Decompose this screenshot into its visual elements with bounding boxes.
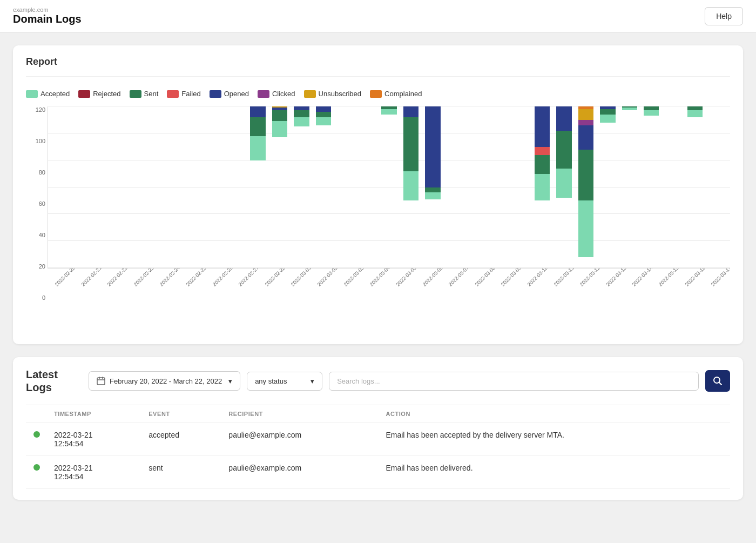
col-recipient: RECIPIENT — [222, 405, 379, 423]
bar-group-2022-02-25 — [159, 106, 181, 268]
legend-color-sent — [130, 90, 141, 98]
bar-segment-accepted — [556, 169, 571, 198]
page-title: Domain Logs — [13, 13, 82, 25]
legend-color-clicked — [258, 90, 269, 98]
row-timestamp: 2022-03-21 12:54:54 — [48, 456, 142, 489]
bar-group-2022-03-04 — [313, 106, 334, 268]
calendar-icon — [97, 377, 105, 385]
bar-group-2022-02-23 — [116, 106, 137, 268]
bar-group-2022-03-07 — [378, 106, 400, 268]
table-row: 2022-03-21 12:54:54acceptedpaulie@exampl… — [26, 423, 730, 456]
bar-group-2022-03-18 — [619, 106, 640, 268]
legend-label-failed: Failed — [181, 90, 200, 98]
bar-stack-2022-03-13 — [512, 106, 528, 268]
bar-stack-2022-03-12 — [491, 106, 506, 268]
bar-segment-accepted — [403, 171, 418, 201]
bar-stack-2022-03-09 — [425, 106, 440, 268]
bar-segment-accepted — [316, 117, 331, 125]
bar-stack-2022-03-07 — [381, 106, 396, 268]
bar-group-2022-03-05 — [334, 106, 356, 268]
status-dot — [33, 464, 40, 471]
bar-stack-2022-03-20 — [666, 106, 681, 268]
bar-segment-opened — [535, 106, 550, 147]
latest-logs-card: LatestLogs February 20, 2022 - March 22,… — [13, 357, 743, 500]
bar-stack-2022-03-06 — [360, 106, 375, 268]
bar-segment-sent — [644, 106, 659, 110]
bar-group-2022-03-08 — [400, 106, 422, 268]
table-row: 2022-03-21 12:54:54sentpaulie@example.co… — [26, 456, 730, 489]
bar-segment-accepted — [250, 136, 265, 160]
help-button[interactable]: Help — [705, 7, 743, 25]
date-picker-button[interactable]: February 20, 2022 - March 22, 2022 ▾ — [89, 371, 240, 391]
status-select-button[interactable]: any status ▾ — [247, 372, 322, 391]
search-button[interactable] — [705, 370, 730, 392]
x-axis: 2022-02-202022-02-212022-02-222022-02-23… — [48, 269, 730, 301]
legend-label-complained: Complained — [384, 90, 422, 98]
chart-legend: Accepted Rejected Sent Failed Opened — [26, 90, 730, 98]
bar-segment-sent — [425, 187, 440, 193]
bar-stack-2022-03-18 — [622, 106, 637, 268]
bar-stack-2022-03-16 — [578, 106, 593, 268]
bar-segment-accepted — [425, 192, 440, 199]
bar-stack-2022-02-26 — [185, 106, 200, 268]
bar-group-2022-03-14 — [531, 106, 553, 268]
bar-group-2022-03-16 — [575, 106, 597, 268]
chart-bars-area — [48, 106, 730, 269]
bar-group-2022-03-01 — [247, 106, 268, 268]
table-header-row: TIMESTAMP EVENT RECIPIENT ACTION — [26, 405, 730, 423]
legend-accepted: Accepted — [26, 90, 70, 98]
logs-header: LatestLogs February 20, 2022 - March 22,… — [26, 368, 730, 394]
bar-group-2022-03-03 — [291, 106, 312, 268]
bar-stack-2022-03-19 — [644, 106, 659, 268]
report-card: Report Accepted Rejected Sent — [13, 45, 743, 344]
bar-stack-2022-03-08 — [403, 106, 418, 268]
bar-segment-opened — [578, 125, 593, 150]
legend-label-opened: Opened — [224, 90, 249, 98]
legend-rejected: Rejected — [78, 90, 120, 98]
bar-segment-accepted — [600, 115, 615, 123]
bar-stack-2022-03-03 — [294, 106, 309, 268]
domain-subtitle: example.com — [13, 6, 82, 13]
chart-outer: 0 20 40 60 80 100 120 — [26, 106, 730, 333]
status-dot — [33, 431, 40, 438]
bar-stack-2022-02-28 — [228, 106, 244, 268]
date-chevron-icon: ▾ — [228, 377, 232, 385]
bar-group-2022-02-20 — [50, 106, 72, 268]
bar-segment-sent — [687, 106, 703, 110]
bar-group-2022-03-19 — [640, 106, 662, 268]
bar-segment-sent — [250, 117, 265, 136]
search-input[interactable] — [329, 372, 699, 391]
bar-group-2022-02-27 — [203, 106, 225, 268]
bar-segment-sent — [578, 150, 593, 201]
header-left: example.com Domain Logs — [13, 6, 82, 25]
legend-label-clicked: Clicked — [272, 90, 295, 98]
col-dot — [26, 405, 48, 423]
bar-segment-sent — [403, 117, 418, 171]
legend-opened: Opened — [210, 90, 249, 98]
bar-segment-opened — [556, 106, 571, 131]
bar-group-2022-03-17 — [597, 106, 618, 268]
status-chevron-icon: ▾ — [310, 377, 314, 385]
row-dot-cell — [26, 456, 48, 489]
legend-unsubscribed: Unsubscribed — [304, 90, 362, 98]
date-range-label: February 20, 2022 - March 22, 2022 — [110, 377, 222, 385]
bar-stack-2022-03-21 — [687, 106, 703, 268]
bar-group-2022-03-10 — [444, 106, 465, 268]
col-event: EVENT — [142, 405, 222, 423]
bar-stack-2022-03-10 — [447, 106, 462, 268]
row-event: sent — [142, 456, 222, 489]
legend-color-opened — [210, 90, 221, 98]
bar-stack-2022-03-02 — [272, 106, 287, 268]
bar-group-2022-02-24 — [138, 106, 159, 268]
bar-segment-accepted — [381, 109, 396, 115]
bar-stack-2022-03-22 — [710, 106, 725, 268]
legend-color-rejected — [78, 90, 90, 98]
bar-group-2022-03-09 — [422, 106, 443, 268]
bar-segment-accepted — [535, 174, 550, 201]
bar-segment-accepted — [272, 121, 287, 137]
bar-segment-accepted — [687, 110, 703, 117]
bar-group-2022-03-02 — [269, 106, 291, 268]
bar-stack-2022-02-22 — [97, 106, 112, 268]
bar-segment-failed — [535, 147, 550, 155]
main-content: Report Accepted Rejected Sent — [0, 32, 756, 526]
